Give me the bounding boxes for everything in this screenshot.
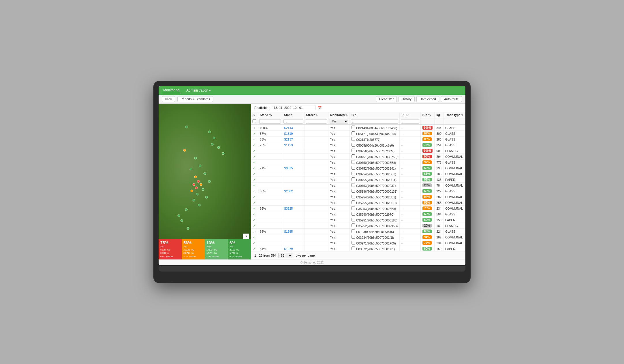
row-bin-checkbox[interactable] — [352, 177, 355, 181]
row-status: ✓ — [251, 200, 258, 206]
row-bin-checkbox[interactable] — [352, 131, 355, 135]
row-bin: C05171(0004a30b001aa510) — [350, 131, 400, 136]
row-bin: C35255(70b3d500700023DC) — [350, 200, 400, 206]
filter-rfid-input[interactable] — [401, 119, 419, 124]
row-status: ✓ — [251, 165, 258, 171]
stand-link[interactable]: S2002 — [284, 189, 293, 193]
row-street — [304, 200, 328, 206]
filter-stand-input[interactable] — [283, 119, 303, 124]
filter-stand-pct-input[interactable] — [259, 119, 281, 124]
stand-link[interactable]: S1979 — [284, 247, 293, 251]
row-stand-pct — [258, 240, 282, 246]
reports-standards-button[interactable]: Reports & Standards — [177, 96, 213, 102]
row-street — [304, 171, 328, 177]
filter-trash-type — [443, 118, 465, 125]
nav-monitoring[interactable]: Monitoring — [162, 88, 181, 93]
table-row: ✓ Yes C30753(70b3d50070002937) - 26% 78 … — [251, 183, 465, 188]
data-export-button[interactable]: Data export — [416, 96, 439, 102]
status-check-icon: ✓ — [253, 212, 256, 216]
filter-s-checkbox[interactable] — [252, 119, 257, 123]
filter-monitored-select[interactable]: YesNoAll — [330, 119, 348, 124]
row-rfid: - — [400, 125, 421, 131]
bin-pct-badge: 100% — [422, 149, 433, 153]
row-stand: S3075 — [282, 165, 305, 171]
row-bin-checkbox[interactable] — [352, 229, 355, 233]
row-bin-checkbox[interactable] — [352, 206, 355, 210]
row-bin-checkbox[interactable] — [352, 189, 355, 193]
stand-link[interactable]: S1819 — [284, 132, 293, 135]
table-row: ✓ Yes C30756(70b3d50070023C9) - 100% 90 … — [251, 148, 465, 154]
row-bin-checkbox[interactable] — [352, 166, 355, 170]
row-monitored: Yes — [328, 154, 349, 160]
table-row: ✓ Yes C30750(70b3d500700023B8) - 92% 773… — [251, 160, 465, 165]
row-status: ✓ — [251, 160, 258, 165]
table-container[interactable]: S Stand % Stand Street Monitored Bin RFI… — [251, 112, 465, 251]
row-stand-pct: 87% — [258, 131, 282, 136]
status-check-icon: ✓ — [253, 155, 256, 159]
row-bin-checkbox[interactable] — [352, 154, 355, 158]
row-kg: 282 — [435, 194, 443, 200]
col-monitored[interactable]: Monitored — [328, 112, 349, 118]
col-trash-type[interactable]: Trash type — [443, 112, 465, 118]
row-bin-pct: 92% — [420, 160, 435, 165]
stand-link[interactable]: S1655 — [284, 230, 293, 233]
footer: © Sensoneo 2022 — [159, 259, 465, 265]
row-bin-checkbox[interactable] — [352, 137, 355, 141]
row-bin-checkbox[interactable] — [352, 218, 355, 221]
stand-link[interactable]: S1123 — [284, 143, 293, 147]
row-status: ✓ — [251, 148, 258, 154]
row-bin-checkbox[interactable] — [352, 143, 355, 147]
row-kg: 159 — [435, 217, 443, 223]
row-stand-pct — [258, 211, 282, 217]
stand-link[interactable]: S3525 — [284, 207, 293, 210]
filter-kg — [435, 118, 443, 125]
row-bin-checkbox[interactable] — [352, 235, 355, 239]
row-street — [304, 229, 328, 234]
rows-per-page-select[interactable]: 2550100 — [278, 253, 292, 258]
col-bin-pct: Bin % — [420, 112, 435, 118]
row-bin: C35253(70b3d500700023B8) — [350, 206, 400, 211]
row-kg: 234 — [435, 206, 443, 211]
filter-street-input[interactable] — [306, 119, 327, 124]
nav-administration[interactable]: Administration ▾ — [185, 88, 212, 93]
row-bin-checkbox[interactable] — [352, 149, 355, 152]
row-bin-checkbox[interactable] — [352, 195, 355, 198]
row-trash-type: GLASS — [443, 131, 465, 136]
filter-stand-pct — [258, 118, 282, 125]
row-bin: C30751(70b3d50070003325F) — [350, 154, 400, 160]
prediction-calendar-icon[interactable]: 📅 — [318, 106, 322, 110]
row-bin-pct: 73% — [420, 142, 435, 148]
row-trash-type: COMMUNAL — [443, 154, 465, 160]
back-button[interactable]: back — [162, 96, 175, 102]
col-street[interactable]: Street — [304, 112, 328, 118]
row-bin-checkbox[interactable] — [352, 172, 355, 175]
row-kg: 251 — [435, 142, 443, 148]
stand-link[interactable]: S2143 — [284, 126, 293, 130]
row-bin-checkbox[interactable] — [352, 241, 355, 244]
row-monitored: Yes — [328, 171, 349, 177]
row-bin: C30750(70b3d500700023B8) — [350, 160, 400, 165]
prediction-input[interactable] — [272, 105, 315, 110]
row-status: ✓ — [251, 154, 258, 160]
auto-route-button[interactable]: Auto route — [441, 96, 462, 102]
stand-link[interactable]: S3075 — [284, 166, 293, 170]
filter-s — [251, 118, 258, 125]
clear-filter-button[interactable]: Clear filter — [376, 96, 397, 102]
col-stand: Stand — [282, 112, 305, 118]
filter-bin-input[interactable] — [351, 119, 398, 124]
row-trash-type: GLASS — [443, 160, 465, 165]
row-bin-checkbox[interactable] — [352, 200, 355, 204]
history-button[interactable]: History — [399, 96, 415, 102]
row-bin-checkbox[interactable] — [352, 183, 355, 187]
status-check-icon: ✓ — [253, 172, 256, 176]
row-bin-checkbox[interactable] — [352, 212, 355, 216]
row-bin-checkbox[interactable] — [352, 223, 355, 227]
map-background[interactable]: 🗺 Leaflet 75% #2280.27 m28.082 kg0.67 Ve… — [159, 104, 251, 259]
stand-link[interactable]: S2137 — [284, 138, 293, 141]
row-bin-checkbox[interactable] — [352, 160, 355, 164]
row-bin-checkbox[interactable] — [352, 126, 355, 129]
row-bin-checkbox[interactable] — [352, 247, 355, 250]
row-trash-type: PLASTIC — [443, 148, 465, 154]
map-panel: 🗺 Leaflet 75% #2280.27 m28.082 kg0.67 Ve… — [159, 104, 251, 259]
bin-pct-badge: 73% — [422, 143, 432, 147]
